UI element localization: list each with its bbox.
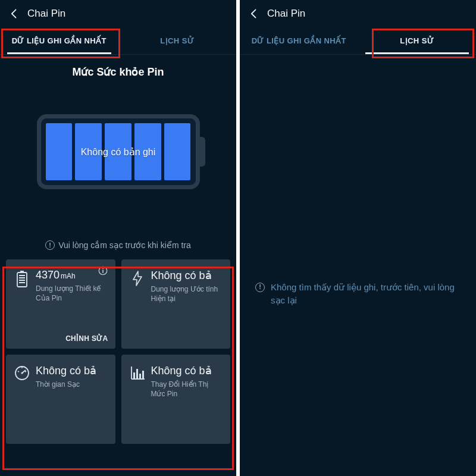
card-charge-time[interactable]: Không có bả Thời gian Sạc (6, 355, 115, 444)
bolt-icon (130, 269, 145, 342)
tab-history[interactable]: LỊCH SỬ (358, 27, 477, 54)
svg-rect-17 (133, 372, 135, 379)
tab-latest[interactable]: DỮ LIỆU GHI GẦN NHẤT (0, 27, 118, 54)
empty-text: Không tìm thấy dữ liệu ghi, trước tiên, … (271, 281, 461, 307)
card-value: Không có bả (151, 269, 223, 282)
card-subtitle: Thay Đổi Hiển Thị Mức Pin (151, 380, 223, 399)
card-value: Không có bả (36, 364, 107, 377)
edit-button[interactable]: CHỈNH SỬA (65, 334, 108, 343)
screen-history: Chai Pin DỮ LIỆU GHI GẦN NHẤT LỊCH SỬ ! … (240, 0, 476, 476)
svg-rect-20 (142, 371, 144, 379)
card-display-change[interactable]: Không có bả Thay Đổi Hiển Thị Mức Pin (121, 355, 231, 444)
card-value: Không có bả (151, 364, 223, 377)
battery-icon (14, 269, 30, 342)
svg-rect-1 (102, 270, 104, 273)
battery-text: Không có bản ghi (81, 146, 156, 158)
page-title: Chai Pin (267, 8, 305, 20)
tab-latest[interactable]: DỮ LIỆU GHI GẦN NHẤT (240, 27, 358, 54)
screen-latest: Chai Pin DỮ LIỆU GHI GẦN NHẤT LỊCH SỬ Mứ… (0, 0, 236, 476)
svg-line-12 (18, 371, 19, 372)
svg-rect-4 (20, 271, 24, 273)
cards-grid: 4370mAh Dung lượng Thiết kế Của Pin CHỈN… (6, 259, 230, 444)
svg-rect-18 (136, 369, 138, 379)
empty-state: ! Không tìm thấy dữ liệu ghi, trước tiên… (240, 281, 476, 307)
page-title: Chai Pin (27, 8, 65, 20)
info-icon: ! (255, 283, 265, 292)
tab-history[interactable]: LỊCH SỬ (118, 27, 237, 54)
card-subtitle: Thời gian Sạc (36, 380, 107, 389)
back-arrow-icon[interactable] (246, 5, 262, 22)
card-design-capacity[interactable]: 4370mAh Dung lượng Thiết kế Của Pin CHỈN… (6, 259, 115, 349)
back-arrow-icon[interactable] (6, 5, 23, 22)
svg-rect-6 (19, 277, 25, 278)
svg-line-13 (25, 371, 26, 372)
svg-rect-19 (139, 374, 141, 379)
gauge-icon (14, 364, 30, 437)
tabs: DỮ LIỆU GHI GẦN NHẤT LỊCH SỬ (240, 27, 476, 55)
card-subtitle: Dung lượng Ước tính Hiện tại (151, 284, 223, 303)
tabs: DỮ LIỆU GHI GẦN NHẤT LỊCH SỬ (0, 27, 236, 55)
svg-rect-7 (19, 280, 25, 281)
info-icon: ! (45, 240, 55, 250)
card-estimated-capacity[interactable]: Không có bả Dung lượng Ước tính Hiện tại (121, 259, 231, 349)
battery-graphic: Không có bản ghi (0, 114, 236, 189)
hint-text: ! Vui lòng cắm sạc trước khi kiểm tra (0, 240, 236, 250)
section-title: Mức Sức khỏe Pin (0, 65, 236, 79)
hint-label: Vui lòng cắm sạc trước khi kiểm tra (58, 240, 191, 250)
top-bar: Chai Pin (240, 0, 476, 27)
svg-rect-8 (19, 282, 25, 283)
svg-rect-5 (19, 275, 25, 276)
bar-chart-icon (130, 364, 145, 437)
card-value: 4370mAh (36, 269, 107, 281)
top-bar: Chai Pin (0, 0, 236, 27)
card-subtitle: Dung lượng Thiết kế Của Pin (36, 284, 107, 303)
svg-rect-2 (102, 268, 104, 270)
info-icon[interactable] (98, 265, 108, 276)
